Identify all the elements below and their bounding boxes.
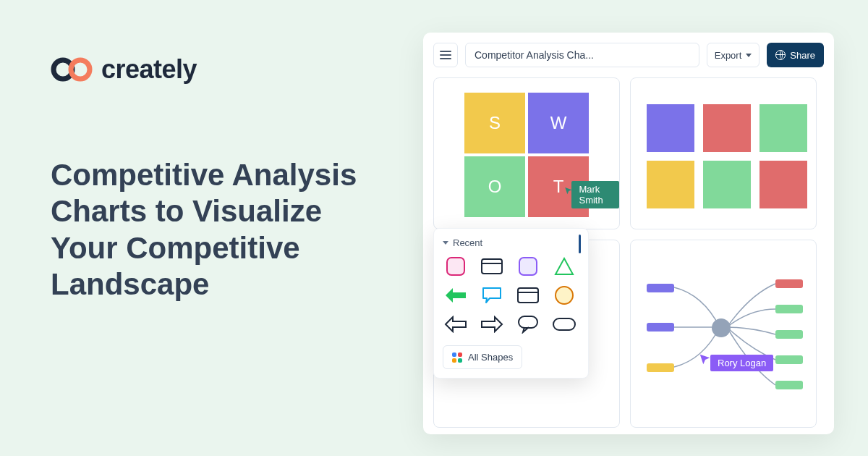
svg-rect-5 [519,258,537,275]
collaborator-cursor-mark: Mark Smith [564,174,619,208]
color-block[interactable] [647,104,694,152]
collaborator-cursor-rory: Rory Logan [699,347,773,371]
shape-rounded-square-icon[interactable] [443,256,469,277]
brand-name: creately [101,54,197,85]
app-toolbar: Competitor Analysis Cha... Export Share [433,43,824,67]
logo-icon [51,57,93,82]
share-label: Share [790,50,815,61]
shape-grid [443,256,579,335]
page-headline: Competitive Analysis Charts to Visualize… [51,157,369,303]
shapes-section-label: Recent [453,237,482,248]
collaborator-name: Rory Logan [710,355,773,371]
mindmap-node[interactable] [775,381,803,389]
color-block[interactable] [647,161,694,208]
color-block[interactable] [760,104,807,152]
grid-icon [452,352,462,363]
mindmap-node[interactable] [647,284,674,292]
shape-speech-bubble-icon[interactable] [479,284,505,306]
app-window: Competitor Analysis Cha... Export Share … [423,33,834,434]
mindmap-node[interactable] [647,323,674,332]
mindmap-node[interactable] [775,330,803,339]
shape-card-icon[interactable] [515,284,541,306]
swot-s[interactable]: S [464,93,525,153]
shape-pill-icon[interactable] [551,313,577,335]
mindmap-node[interactable] [775,279,803,288]
shape-speech-bubble-icon[interactable] [515,313,541,335]
swot-o[interactable]: O [464,156,525,217]
all-shapes-button[interactable]: All Shapes [443,345,522,369]
shape-arrow-left-outline-icon[interactable] [443,313,469,335]
export-button[interactable]: Export [707,43,760,67]
share-button[interactable]: Share [767,43,824,67]
color-grid-panel[interactable] [630,77,817,229]
brand-logo: creately [51,54,369,85]
shape-card-icon[interactable] [479,256,505,277]
mindmap-node[interactable] [647,363,674,372]
shape-circle-icon[interactable] [551,284,577,306]
svg-rect-6 [518,288,538,303]
shapes-section-header[interactable]: Recent [443,237,579,256]
color-block[interactable] [703,104,751,152]
svg-point-8 [556,287,573,304]
document-title-text: Competitor Analysis Cha... [475,49,594,61]
document-title[interactable]: Competitor Analysis Cha... [465,43,699,67]
shape-arrow-right-outline-icon[interactable] [479,313,505,335]
chevron-down-icon [443,241,448,245]
mindmap-panel[interactable]: Rory Logan [630,240,817,428]
export-label: Export [715,50,742,61]
menu-button[interactable] [433,43,458,67]
mindmap-node[interactable] [775,355,803,364]
shapes-panel[interactable]: Recent All Shapes [433,228,589,379]
swot-w[interactable]: W [528,93,589,153]
shape-rounded-square-icon[interactable] [515,256,541,277]
color-block[interactable] [760,161,807,208]
mindmap-node[interactable] [775,305,803,313]
svg-rect-10 [553,318,575,330]
color-block[interactable] [703,161,751,208]
globe-icon [775,50,786,60]
hamburger-icon [440,51,451,59]
shape-arrow-left-icon[interactable] [443,284,469,306]
svg-rect-2 [447,258,464,275]
all-shapes-label: All Shapes [468,352,513,363]
swot-panel[interactable]: S W O T Mark Smith [433,77,620,229]
shape-triangle-icon[interactable] [551,256,577,277]
collaborator-name: Mark Smith [571,181,619,208]
mindmap-center-node[interactable] [712,318,731,337]
svg-rect-3 [482,259,502,274]
chevron-down-icon [746,54,752,57]
svg-rect-9 [519,316,537,328]
